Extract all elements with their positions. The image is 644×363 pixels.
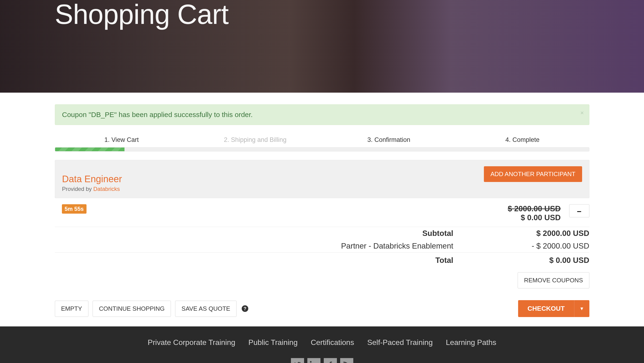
cart-item-title[interactable]: Data Engineer bbox=[62, 174, 122, 184]
footer-links: Private Corporate Training Public Traini… bbox=[0, 338, 644, 347]
facebook-icon[interactable] bbox=[324, 358, 337, 363]
line-prices: $ 2000.00 USD $ 0.00 USD bbox=[508, 204, 564, 222]
cart-item-header: Data Engineer Provided by Databricks ADD… bbox=[55, 160, 590, 198]
social-icons bbox=[0, 358, 644, 363]
footer-link-certifications[interactable]: Certifications bbox=[311, 338, 354, 347]
total-value: $ 0.00 USD bbox=[454, 256, 590, 265]
footer-link-private-training[interactable]: Private Corporate Training bbox=[148, 338, 236, 347]
step-complete: 4. Complete bbox=[456, 136, 590, 146]
step-confirmation: 3. Confirmation bbox=[322, 136, 456, 146]
footer-link-learning-paths[interactable]: Learning Paths bbox=[446, 338, 496, 347]
remove-line-button[interactable]: – bbox=[569, 204, 590, 218]
add-participant-button[interactable]: ADD ANOTHER PARTICIPANT bbox=[484, 166, 582, 182]
action-bar: EMPTY CONTINUE SHOPPING SAVE AS QUOTE ? … bbox=[55, 300, 590, 317]
page-title: Shopping Cart bbox=[55, 0, 590, 29]
footer-link-self-paced[interactable]: Self-Paced Training bbox=[367, 338, 432, 347]
progress-fill bbox=[55, 148, 124, 151]
discount-value: - $ 2000.00 USD bbox=[454, 242, 590, 250]
checkout-dropdown-toggle[interactable]: ▼ bbox=[574, 300, 590, 317]
checkout-button-group: CHECKOUT ▼ bbox=[518, 300, 589, 317]
help-icon[interactable]: ? bbox=[242, 305, 248, 312]
original-price: $ 2000.00 USD bbox=[508, 204, 561, 213]
checkout-steps: 1. View Cart 2. Shipping and Billing 3. … bbox=[55, 136, 590, 146]
step-shipping-billing: 2. Shipping and Billing bbox=[188, 136, 322, 146]
success-alert: Coupon "DB_PE" has been applied successf… bbox=[55, 104, 590, 125]
step-view-cart: 1. View Cart bbox=[55, 136, 188, 146]
current-price: $ 0.00 USD bbox=[508, 213, 561, 222]
linkedin-icon[interactable] bbox=[307, 358, 320, 363]
provider-link[interactable]: Databricks bbox=[93, 186, 120, 192]
checkout-button[interactable]: CHECKOUT bbox=[518, 300, 574, 317]
reservation-timer-badge: 5m 55s bbox=[62, 204, 86, 214]
site-footer: Private Corporate Training Public Traini… bbox=[0, 326, 644, 363]
empty-cart-button[interactable]: EMPTY bbox=[55, 300, 88, 317]
alert-message: Coupon "DB_PE" has been applied successf… bbox=[62, 111, 253, 118]
hero-banner: Shopping Cart bbox=[0, 0, 644, 93]
totals-section: Subtotal $ 2000.00 USD Partner - Databri… bbox=[55, 227, 590, 252]
continue-shopping-button[interactable]: CONTINUE SHOPPING bbox=[92, 300, 171, 317]
alert-close-button[interactable]: × bbox=[580, 110, 584, 116]
remove-coupons-button[interactable]: REMOVE COUPONS bbox=[518, 272, 589, 288]
subtotal-value: $ 2000.00 USD bbox=[454, 229, 590, 238]
cart-item-provider: Provided by Databricks bbox=[62, 186, 122, 192]
footer-link-public-training[interactable]: Public Training bbox=[248, 338, 298, 347]
save-as-quote-button[interactable]: SAVE AS QUOTE bbox=[175, 300, 236, 317]
rss-icon[interactable] bbox=[340, 358, 353, 363]
subtotal-label: Subtotal bbox=[55, 229, 454, 238]
twitter-icon[interactable] bbox=[291, 358, 304, 363]
discount-label: Partner - Databricks Enablement bbox=[55, 242, 454, 250]
total-label: Total bbox=[55, 256, 454, 265]
progress-bar bbox=[55, 147, 590, 152]
cart-line-item: 5m 55s $ 2000.00 USD $ 0.00 USD – bbox=[55, 198, 590, 227]
